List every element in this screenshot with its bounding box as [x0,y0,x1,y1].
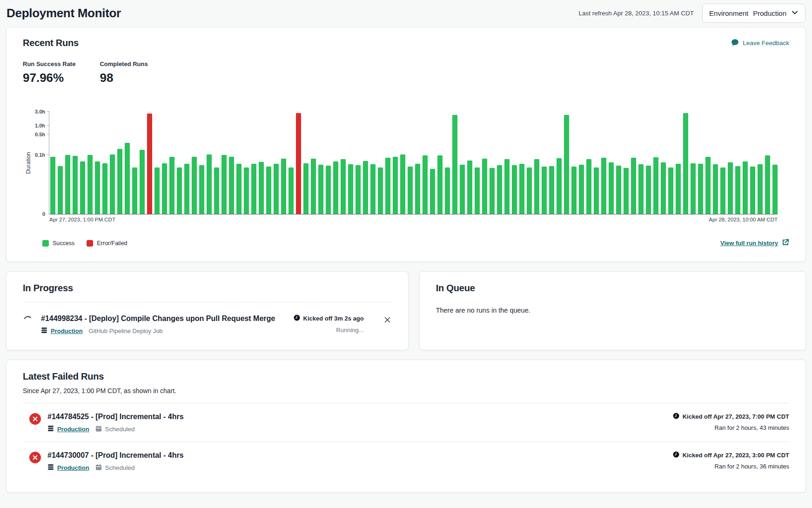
chart-bar-success[interactable] [192,157,197,214]
chart-bar-success[interactable] [564,115,569,214]
chart-bar-success[interactable] [519,164,524,214]
chart-bar-success[interactable] [475,167,480,214]
chart-bar-success[interactable] [400,154,405,214]
chart-bar-success[interactable] [199,165,204,214]
environment-link[interactable]: Production [47,425,89,433]
chart-bar-success[interactable] [646,166,651,214]
chart-bar-success[interactable] [393,157,398,214]
chart-bar-success[interactable] [266,167,271,214]
chart-bar-success[interactable] [229,157,234,214]
chart-bar-success[interactable] [653,157,658,214]
chart-bar-success[interactable] [698,164,703,214]
chart-bar-success[interactable] [363,161,368,214]
chart-bar-success[interactable] [542,167,547,214]
chart-bar-success[interactable] [207,154,212,214]
chart-bar-success[interactable] [65,155,70,214]
chart-bar-success[interactable] [668,167,673,214]
chart-bar-success[interactable] [348,164,353,214]
chart-bar-success[interactable] [326,166,331,214]
chart-bar-success[interactable] [117,149,122,214]
chart-bar-success[interactable] [221,155,227,214]
chart-bar-success[interactable] [236,164,242,214]
chart-bar-success[interactable] [58,166,63,214]
chart-bar-success[interactable] [720,167,725,214]
chart-bar-success[interactable] [534,159,539,214]
chart-bar-success[interactable] [557,158,562,214]
environment-link[interactable]: Production [47,464,89,472]
chart-bar-success[interactable] [423,155,428,214]
chart-bar-success[interactable] [765,155,770,214]
chart-bar-success[interactable] [661,162,666,214]
chart-bar-success[interactable] [452,115,457,214]
chart-bar-success[interactable] [594,167,599,214]
environment-dropdown[interactable]: Environment Production [702,4,805,23]
chart-bar-success[interactable] [430,169,435,214]
chart-bar-success[interactable] [683,113,688,214]
chart-bar-success[interactable] [80,161,85,214]
leave-feedback-link[interactable]: Leave Feedback [731,39,789,48]
chart-bar-success[interactable] [460,165,465,214]
chart-bar-success[interactable] [445,167,450,214]
chart-bar-success[interactable] [87,155,93,214]
chart-bar-success[interactable] [728,162,733,214]
chart-bar-success[interactable] [415,164,420,214]
view-full-run-history-link[interactable]: View full run history [720,239,789,247]
chart-bar-success[interactable] [758,164,763,214]
chart-bar-success[interactable] [356,165,361,214]
chart-bar-success[interactable] [497,165,502,214]
chart-bar-failed[interactable] [147,114,152,214]
chart-bar-success[interactable] [154,167,160,214]
chart-bar-success[interactable] [333,161,338,214]
chart-bar-success[interactable] [624,168,629,214]
chart-bar-success[interactable] [132,167,137,214]
chart-bar-success[interactable] [289,167,294,214]
chart-bar-success[interactable] [73,156,78,214]
chart-bar-success[interactable] [586,159,591,214]
chart-bar-success[interactable] [251,164,256,214]
chart-bar-success[interactable] [676,164,681,214]
chart-bar-success[interactable] [482,159,487,214]
chart-bar-success[interactable] [169,157,174,214]
chart-bar-success[interactable] [162,163,167,214]
chart-bar-success[interactable] [110,154,115,214]
chart-bar-success[interactable] [735,166,740,214]
chart-bar-success[interactable] [140,150,145,214]
chart-bar-success[interactable] [102,163,107,214]
chart-bar-success[interactable] [341,159,346,214]
chart-bar-success[interactable] [616,166,621,214]
cancel-run-button[interactable] [383,315,392,326]
chart-bar-success[interactable] [691,163,696,214]
chart-bar-success[interactable] [512,165,517,214]
chart-bar-success[interactable] [318,165,323,214]
chart-bar-success[interactable] [177,167,182,214]
chart-bar-success[interactable] [259,162,264,214]
chart-bar-success[interactable] [750,167,755,214]
chart-bar-success[interactable] [274,164,279,214]
chart-bar-success[interactable] [437,155,443,214]
chart-bar-success[interactable] [125,143,130,214]
chart-bar-success[interactable] [244,167,249,214]
chart-bar-success[interactable] [571,167,577,214]
chart-bar-success[interactable] [281,159,286,214]
chart-bar-success[interactable] [549,166,554,214]
chart-bar-success[interactable] [303,163,309,214]
chart-bar-success[interactable] [609,162,614,214]
chart-bar-success[interactable] [743,161,748,214]
chart-bar-success[interactable] [504,159,510,214]
chart-bar-success[interactable] [184,164,189,214]
chart-bar-success[interactable] [527,167,532,214]
chart-bar-success[interactable] [713,164,718,214]
chart-bar-success[interactable] [214,167,219,214]
chart-bar-success[interactable] [467,160,472,214]
chart-bar-success[interactable] [95,161,100,214]
chart-bar-failed[interactable] [296,113,301,214]
chart-bar-success[interactable] [601,158,606,214]
chart-bar-success[interactable] [631,158,636,214]
environment-link[interactable]: Production [41,327,83,335]
chart-bar-success[interactable] [385,158,390,214]
chart-bar-success[interactable] [311,159,316,214]
chart-bar-success[interactable] [772,165,778,214]
chart-bar-success[interactable] [50,157,55,214]
chart-bar-success[interactable] [378,167,383,214]
chart-bar-success[interactable] [408,167,413,214]
